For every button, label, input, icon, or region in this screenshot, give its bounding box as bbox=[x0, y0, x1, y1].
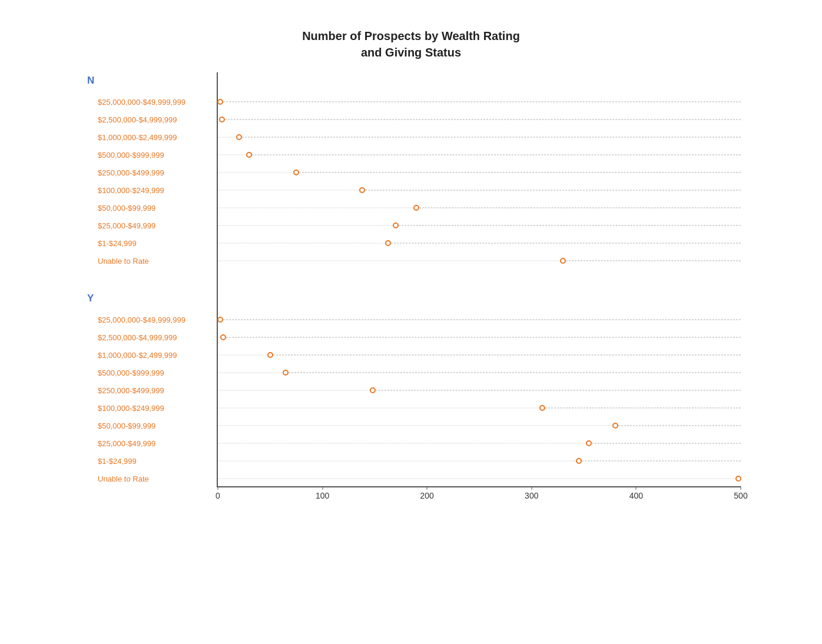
dot-line bbox=[222, 119, 741, 120]
x-tick-label: 100 bbox=[316, 491, 329, 500]
x-tick-label: 0 bbox=[216, 491, 220, 500]
dot-line bbox=[362, 190, 741, 191]
group-letter-y: Y bbox=[81, 290, 217, 311]
x-tick-mark bbox=[741, 486, 741, 490]
data-point bbox=[612, 423, 618, 429]
chart-body: N$25,000,000-$49,999,999$2,500,000-$4,99… bbox=[81, 72, 741, 590]
row-label: $50,000-$99,999 bbox=[81, 417, 217, 434]
group-spacer bbox=[81, 270, 217, 290]
data-point bbox=[220, 334, 226, 340]
data-point bbox=[236, 134, 242, 140]
dot-line bbox=[270, 355, 741, 356]
x-tick-label: 200 bbox=[420, 491, 434, 500]
data-point bbox=[413, 205, 419, 211]
dot-line bbox=[220, 320, 741, 320]
dot-line bbox=[286, 373, 741, 373]
y-labels: N$25,000,000-$49,999,999$2,500,000-$4,99… bbox=[81, 72, 217, 590]
dot-line bbox=[296, 172, 741, 173]
data-point bbox=[586, 440, 592, 446]
dot-line-left bbox=[218, 426, 615, 426]
dot-line-left bbox=[218, 390, 373, 391]
dot-row bbox=[218, 452, 741, 470]
row-label: $50,000-$99,999 bbox=[81, 199, 217, 217]
dot-line-left bbox=[218, 172, 296, 173]
data-point bbox=[267, 352, 273, 358]
dot-line-left bbox=[218, 261, 563, 261]
x-tick-label: 500 bbox=[734, 491, 747, 500]
data-point bbox=[283, 370, 289, 376]
data-point bbox=[246, 152, 252, 158]
dot-row bbox=[218, 93, 741, 111]
row-label: $25,000-$49,999 bbox=[81, 434, 217, 452]
row-label: $2,500,000-$4,999,999 bbox=[81, 328, 217, 346]
x-tick-label: 300 bbox=[525, 491, 538, 500]
dot-line bbox=[249, 155, 741, 155]
data-point bbox=[735, 476, 741, 482]
dot-row bbox=[218, 417, 741, 434]
data-point bbox=[217, 99, 223, 105]
dot-line-left bbox=[218, 190, 362, 191]
data-point bbox=[385, 240, 391, 246]
dot-row bbox=[218, 381, 741, 399]
x-tick-mark bbox=[636, 486, 637, 490]
dot-line-left bbox=[218, 443, 589, 444]
dot-line bbox=[615, 426, 741, 426]
dot-line-left bbox=[218, 408, 542, 409]
row-label: $250,000-$499,999 bbox=[81, 164, 217, 181]
dot-row bbox=[218, 328, 741, 346]
dot-row bbox=[218, 199, 741, 217]
dot-row bbox=[218, 252, 741, 270]
row-label: $25,000-$49,999 bbox=[81, 217, 217, 234]
chart-container: Number of Prospects by Wealth Rating and… bbox=[58, 16, 764, 628]
dot-row bbox=[218, 146, 741, 164]
row-label: Unable to Rate bbox=[81, 252, 217, 270]
dot-row bbox=[218, 346, 741, 364]
dot-line bbox=[220, 102, 741, 102]
row-label: $25,000,000-$49,999,999 bbox=[81, 93, 217, 111]
dot-line-left bbox=[218, 373, 286, 373]
dot-row bbox=[218, 164, 741, 181]
row-label: $1,000,000-$2,499,999 bbox=[81, 128, 217, 146]
x-tick-mark bbox=[531, 486, 532, 490]
data-point bbox=[576, 458, 582, 464]
x-tick-label: 400 bbox=[629, 491, 643, 500]
dot-line-left bbox=[218, 208, 416, 208]
row-label: $2,500,000-$4,999,999 bbox=[81, 111, 217, 128]
chart-title: Number of Prospects by Wealth Rating and… bbox=[81, 28, 741, 61]
dot-line bbox=[563, 261, 741, 261]
x-tick-mark bbox=[322, 486, 323, 490]
row-label: $25,000,000-$49,999,999 bbox=[81, 311, 217, 328]
data-point bbox=[293, 170, 299, 175]
x-axis: 0100200300400500 bbox=[218, 486, 741, 510]
group-letter-n: N bbox=[81, 72, 217, 93]
dot-row bbox=[218, 434, 741, 452]
plot-area: 0100200300400500 bbox=[217, 72, 741, 487]
dot-line bbox=[239, 137, 741, 138]
row-label: $100,000-$249,999 bbox=[81, 181, 217, 199]
dot-row bbox=[218, 311, 741, 328]
dot-line-left bbox=[218, 355, 270, 356]
dot-line-left bbox=[218, 243, 388, 244]
dot-line bbox=[416, 208, 741, 208]
dot-row bbox=[218, 128, 741, 146]
x-tick-mark bbox=[218, 486, 218, 490]
data-point bbox=[219, 117, 225, 122]
dot-row bbox=[218, 181, 741, 199]
dot-line-left bbox=[218, 479, 738, 479]
dot-row bbox=[218, 364, 741, 381]
dot-row bbox=[218, 234, 741, 252]
row-label: $1-$24,999 bbox=[81, 234, 217, 252]
dot-line bbox=[373, 390, 741, 391]
dot-line bbox=[388, 243, 741, 244]
dot-row bbox=[218, 217, 741, 234]
x-tick-mark bbox=[427, 486, 427, 490]
dot-line bbox=[223, 337, 741, 338]
row-label: $500,000-$999,999 bbox=[81, 146, 217, 164]
row-label: $100,000-$249,999 bbox=[81, 399, 217, 417]
dot-row bbox=[218, 111, 741, 128]
dot-line bbox=[396, 225, 741, 226]
data-point bbox=[217, 317, 223, 323]
dot-line bbox=[542, 408, 741, 409]
dot-line bbox=[589, 443, 741, 444]
dot-row bbox=[218, 470, 741, 487]
